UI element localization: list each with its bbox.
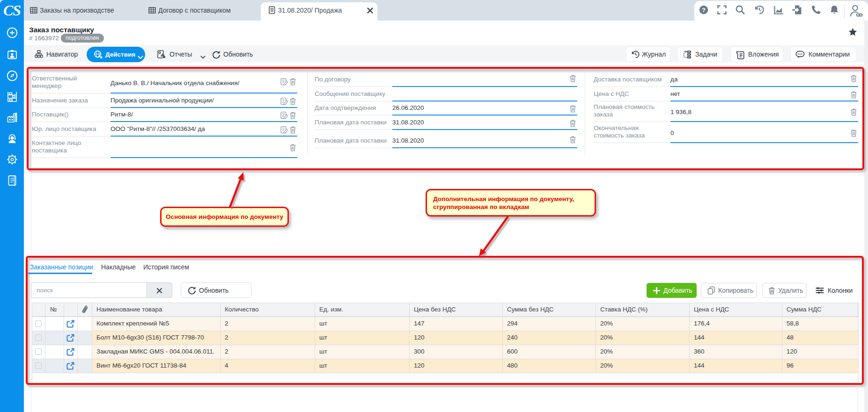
svg-text:?: ? — [702, 7, 706, 14]
